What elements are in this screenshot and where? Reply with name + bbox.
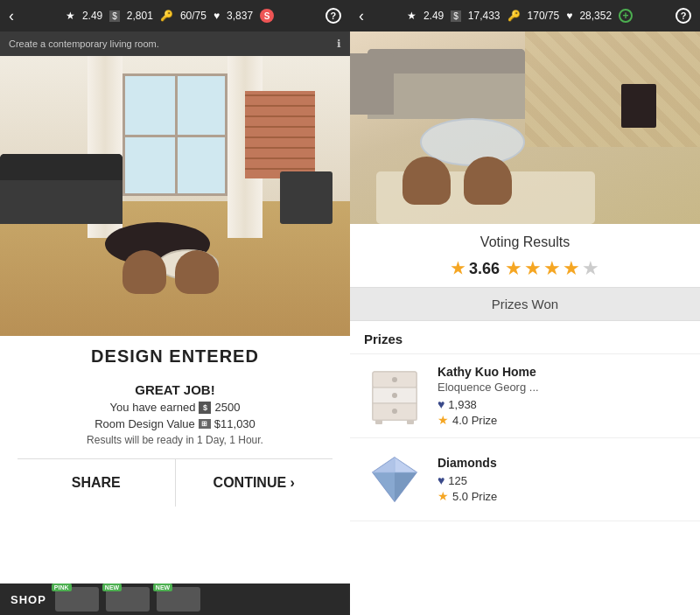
prize-star-icon-1: ★ [438, 413, 449, 427]
left-stats: ★ 2.49 $ 2,801 🔑 60/75 ♥ 3,837 S [66, 9, 274, 23]
svg-point-6 [392, 409, 397, 414]
design-entered-title: DESIGN ENTERED [0, 346, 350, 367]
left-cash: 2,801 [127, 10, 153, 22]
prize-diamond-1: ♥ 1,938 [438, 397, 686, 411]
prize-level-2: 5.0 Prize [452, 490, 497, 503]
voting-results-section: Voting Results ★ 3.66 ★ ★ ★ ★ ★ [350, 224, 700, 287]
plus-icon[interactable]: + [619, 9, 633, 23]
earned-prefix: You have earned [110, 401, 196, 414]
results-ready-line: Results will be ready in 1 Day, 1 Hour. [87, 434, 263, 446]
rating-score: ★ 3.66 [451, 259, 500, 278]
left-header: ‹ ★ 2.49 $ 2,801 🔑 60/75 ♥ 3,837 S ? [0, 0, 350, 31]
shop-item-1[interactable]: PINK [55, 587, 99, 612]
room-preview [350, 31, 700, 224]
room-image [0, 56, 350, 336]
prize-item-2: Diamonds ♥ 125 ★ 5.0 Prize [350, 438, 700, 521]
left-diamond-icon: ♥ [214, 10, 220, 22]
right-back-button[interactable]: ‹ [359, 7, 364, 25]
svg-marker-11 [373, 458, 395, 472]
shop-label: SHOP [10, 593, 46, 606]
stars-visual: ★ ★ ★ ★ ★ [505, 257, 599, 280]
prize-image-1 [364, 366, 425, 427]
svg-point-5 [392, 393, 397, 398]
right-star-icon: ★ [407, 10, 416, 22]
help-icon[interactable]: ? [326, 8, 341, 24]
prizes-won-header: Prizes Won [350, 287, 700, 321]
prize-brand-1: Kathy Kuo Home [438, 365, 686, 379]
earned-amount: 2500 [214, 401, 240, 414]
left-keys: 60/75 [180, 10, 206, 22]
svg-marker-10 [395, 458, 416, 472]
results-box: GREAT JOB! You have earned $ 2500 Room D… [0, 374, 350, 584]
svg-point-4 [392, 377, 397, 382]
svg-rect-7 [375, 420, 382, 424]
svg-rect-8 [407, 420, 414, 424]
left-panel: ‹ ★ 2.49 $ 2,801 🔑 60/75 ♥ 3,837 S ? Cre… [0, 0, 350, 615]
star-5: ★ [582, 257, 599, 280]
prize-info-2: Diamonds ♥ 125 ★ 5.0 Prize [438, 456, 686, 503]
star-1: ★ [505, 257, 522, 280]
great-job-text: GREAT JOB! [135, 382, 214, 397]
right-rating: 2.49 [424, 10, 444, 22]
back-button[interactable]: ‹ [9, 7, 14, 25]
right-cash-icon: $ [451, 10, 461, 22]
left-cash-icon: $ [109, 10, 120, 22]
shop-bar: SHOP PINK NEW NEW [0, 584, 350, 615]
room-value-prefix: Room Design Value [94, 417, 195, 430]
shop-item-3[interactable]: NEW [157, 587, 200, 612]
prize-diamond-count-1: 1,938 [448, 398, 477, 411]
prizes-title: Prizes [350, 321, 700, 354]
left-streak: S [260, 9, 274, 23]
left-star-icon: ★ [66, 10, 75, 22]
prize-brand-2: Diamonds [438, 456, 686, 470]
star-4: ★ [563, 257, 580, 280]
prizes-section: Prizes Kathy Kuo Home Eloquence Geo [350, 321, 700, 615]
prize-item-1: Kathy Kuo Home Eloquence Georg ... ♥ 1,9… [350, 354, 700, 438]
right-key-icon: 🔑 [508, 10, 521, 22]
shop-item-2[interactable]: NEW [106, 587, 150, 612]
room-value: $11,030 [214, 417, 256, 430]
diamond-icon-2: ♥ [438, 473, 444, 487]
prize-image-2 [364, 449, 425, 510]
earned-line: You have earned $ 2500 [110, 401, 241, 414]
new-badge-2: NEW [102, 584, 122, 591]
coin-icon: $ [199, 402, 211, 414]
shop-items: PINK NEW NEW [55, 587, 200, 612]
design-entered-banner: DESIGN ENTERED [0, 336, 350, 374]
prize-diamond-2: ♥ 125 [438, 473, 686, 487]
prize-info-1: Kathy Kuo Home Eloquence Georg ... ♥ 1,9… [438, 365, 686, 427]
left-key-icon: 🔑 [160, 10, 173, 22]
info-icon: ℹ [337, 38, 341, 50]
new-badge-3: NEW [153, 584, 172, 591]
star-2: ★ [524, 257, 542, 280]
task-bar: Create a contemporary living room. ℹ [0, 31, 350, 56]
room-icon: ⊞ [199, 419, 211, 429]
prize-star-2: ★ 5.0 Prize [438, 489, 686, 503]
right-header: ‹ ★ 2.49 $ 17,433 🔑 170/75 ♥ 28,352 + ? [350, 0, 700, 31]
left-diamonds: 3,837 [227, 10, 253, 22]
prize-star-icon-2: ★ [438, 489, 449, 503]
action-buttons: SHARE CONTINUE › [18, 458, 332, 507]
room-value-line: Room Design Value ⊞ $11,030 [94, 417, 256, 430]
right-cash: 17,433 [468, 10, 500, 22]
star-3: ★ [543, 257, 561, 280]
share-button[interactable]: SHARE [18, 459, 176, 507]
prize-name-1: Eloquence Georg ... [438, 381, 686, 394]
prize-diamond-count-2: 125 [448, 474, 467, 487]
left-rating: 2.49 [82, 10, 102, 22]
right-keys: 170/75 [528, 10, 560, 22]
right-panel: ‹ ★ 2.49 $ 17,433 🔑 170/75 ♥ 28,352 + ? [350, 0, 700, 615]
right-stats: ★ 2.49 $ 17,433 🔑 170/75 ♥ 28,352 + [407, 9, 633, 23]
right-diamonds: 28,352 [579, 10, 612, 22]
prize-star-1: ★ 4.0 Prize [438, 413, 686, 427]
right-help-icon[interactable]: ? [676, 8, 691, 24]
voting-results-title: Voting Results [368, 234, 682, 250]
diamond-icon-1: ♥ [438, 397, 444, 411]
new-badge-1: PINK [52, 584, 72, 591]
task-text: Create a contemporary living room. [9, 38, 159, 49]
star-rating: ★ 3.66 ★ ★ ★ ★ ★ [368, 257, 682, 280]
continue-button[interactable]: CONTINUE › [176, 459, 333, 507]
right-diamond-icon: ♥ [566, 10, 572, 22]
prize-level-1: 4.0 Prize [452, 414, 497, 427]
